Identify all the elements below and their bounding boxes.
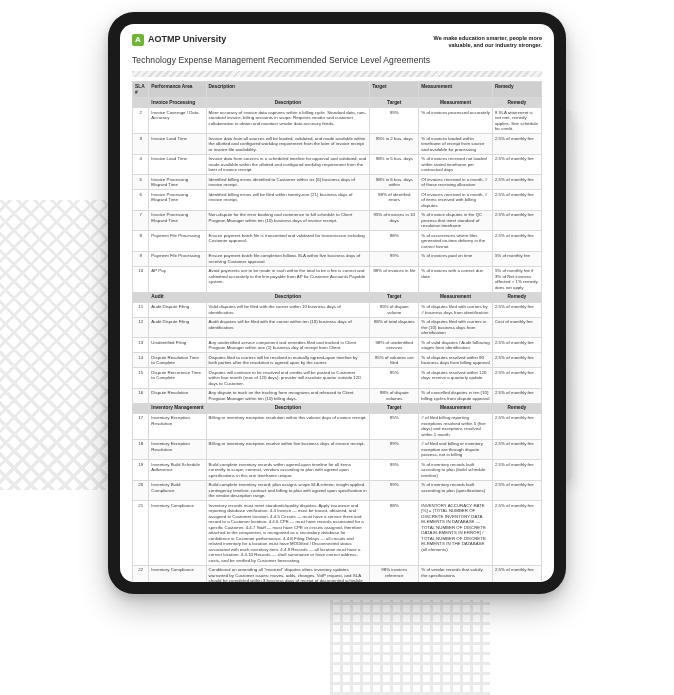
cell-remedy: 2.5% of monthly fee	[492, 302, 541, 317]
cell-desc: Disputes will continue to be resolved an…	[206, 368, 370, 389]
cell-target: 98% invoices reference	[370, 565, 419, 582]
col-id: SLA #	[133, 82, 149, 98]
cell-id: 16	[133, 388, 149, 403]
cell-desc: Billing or inventory exception resolve w…	[206, 439, 370, 460]
cell-desc: Any dispute to track on the tracking for…	[206, 388, 370, 403]
cell-desc: Any unidentified service component and r…	[206, 338, 370, 353]
cell-target: 98% of total disputes	[370, 317, 419, 338]
cell-remedy: 2.5% of monthly fee	[492, 154, 541, 175]
table-row: 20Inventory Build ComplianceBuild comple…	[133, 480, 542, 501]
cell-desc: Invoice data from all sources will be lo…	[206, 134, 370, 155]
table-row: 2Invoice Coverage / Data AccuracyMore ac…	[133, 108, 542, 134]
table-row: 9Payment File ProcessingEnsure payment b…	[133, 251, 542, 266]
cell-measurement: % of disputes resolved within 90 busines…	[419, 353, 493, 368]
section-sub-remedy: Remedy	[492, 403, 541, 413]
section-header-row: Invoice ProcessingDescriptionTargetMeasu…	[133, 98, 542, 108]
section-spacer	[133, 98, 149, 108]
cell-remedy: 2.5% of monthly fee	[492, 353, 541, 368]
cell-id: 12	[133, 317, 149, 338]
cell-target: 95% of dispute volume	[370, 302, 419, 317]
cell-desc: Disputes filed to carriers will be resol…	[206, 353, 370, 368]
col-tgt: Target	[370, 82, 419, 98]
table-row: 12Audit Dispute FilingAudit disputes wil…	[133, 317, 542, 338]
cell-remedy: 2.5% of monthly fee	[492, 439, 541, 460]
cell-id: 8	[133, 231, 149, 252]
cell-measurement: % of vendor records that satisfy the spe…	[419, 565, 493, 582]
cell-name: Dispute Resolution	[149, 388, 206, 403]
cell-remedy: 2.5% of monthly fee	[492, 190, 541, 211]
cell-remedy: 2.5% of monthly fee	[492, 565, 541, 582]
cell-name: Dispute Recurrence Time to Complete	[149, 368, 206, 389]
col-name: Performance Area	[149, 82, 206, 98]
col-desc: Description	[206, 82, 370, 98]
cell-id: 2	[133, 108, 149, 134]
document-page: A AOTMP University We make education sma…	[120, 24, 554, 582]
cell-measurement: % of invoice disputes in the QC process …	[419, 210, 493, 231]
cell-measurement: % of occurrences where files generated o…	[419, 231, 493, 252]
cell-desc: Invoice data from sources in a scheduled…	[206, 154, 370, 175]
cell-name: Inventory Build Schedule Adherence	[149, 460, 206, 481]
cell-name: Inventory Build Compliance	[149, 480, 206, 501]
sla-table: SLA # Performance Area Description Targe…	[132, 81, 542, 582]
cell-id: 6	[133, 190, 149, 211]
cell-desc: More accuracy of invoice data captures w…	[206, 108, 370, 134]
cell-id: 9	[133, 251, 149, 266]
section-sub-measurement: Measurement	[419, 403, 493, 413]
cell-target: 99%	[370, 251, 419, 266]
table-row: 14Dispute Resolution Time to CompleteDis…	[133, 353, 542, 368]
cell-remedy: 2.5% of monthly fee	[492, 501, 541, 566]
sla-table-body: Invoice ProcessingDescriptionTargetMeasu…	[133, 98, 542, 582]
cell-name: Inventory Compliance	[149, 565, 206, 582]
table-row: 5Invoice Processing Elapsed TimeIdentifi…	[133, 175, 542, 190]
cell-measurement: % of inventory records built according t…	[419, 480, 493, 501]
cell-id: 5	[133, 175, 149, 190]
section-sub-remedy: Remedy	[492, 292, 541, 302]
brand: A AOTMP University	[132, 34, 226, 46]
document-header: A AOTMP University We make education sma…	[132, 34, 542, 49]
decorative-pattern-bottom	[330, 600, 490, 695]
cell-measurement: % of invoices processed accurately	[419, 108, 493, 134]
cell-measurement: % of invoices loaded within timeframe of…	[419, 134, 493, 155]
cell-desc: Valid disputes will be filed with the ca…	[206, 302, 370, 317]
cell-id: 22	[133, 565, 149, 582]
cell-desc: Inventory records must meet standards/qu…	[206, 501, 370, 566]
cell-target: 98% in 5 bus. days	[370, 154, 419, 175]
cell-name: Unidentified Filing	[149, 338, 206, 353]
section-sub-target: Target	[370, 403, 419, 413]
cell-id: 7	[133, 210, 149, 231]
cell-name: Audit Dispute Filing	[149, 317, 206, 338]
cell-desc: Avoid payments are to be made in cash wi…	[206, 266, 370, 292]
cell-id: 17	[133, 413, 149, 439]
cell-desc: Identified billing errors identified to …	[206, 175, 370, 190]
cell-remedy: 2.5% of monthly fee	[492, 175, 541, 190]
section-sub-desc: Description	[206, 403, 370, 413]
table-row: 15Dispute Recurrence Time to CompleteDis…	[133, 368, 542, 389]
cell-target: 99%	[370, 108, 419, 134]
cell-measurement: % of disputes resolved within 120 days r…	[419, 368, 493, 389]
cell-name: Payment File Processing	[149, 251, 206, 266]
cell-remedy: 2.5% of monthly fee	[492, 134, 541, 155]
section-sub-target: Target	[370, 98, 419, 108]
cell-target: 98% of invoices in file	[370, 266, 419, 292]
cell-id: 3	[133, 134, 149, 155]
cell-target: 95%	[370, 368, 419, 389]
cell-target: 95% of volumes are filed	[370, 353, 419, 368]
cell-name: Audit Dispute Filing	[149, 302, 206, 317]
cell-desc: Billing or inventory exception resolutio…	[206, 413, 370, 439]
section-sub-measurement: Measurement	[419, 98, 493, 108]
cell-measurement: % of cancelled disputes in ten (10) bill…	[419, 388, 493, 403]
cell-remedy: 2.5% of monthly fee	[492, 368, 541, 389]
cell-name: Invoice Coverage / Data Accuracy	[149, 108, 206, 134]
cell-measurement: INVENTORY ACCURACY RATE [%] = (TOTAL NUM…	[419, 501, 493, 566]
section-sub-desc: Description	[206, 292, 370, 302]
cell-remedy: 2.5% of monthly fee	[492, 460, 541, 481]
cell-id: 15	[133, 368, 149, 389]
table-row: 3Invoice Load TimeInvoice data from all …	[133, 134, 542, 155]
cell-desc: Non-dispute for the error booking and co…	[206, 210, 370, 231]
title-divider-band	[132, 71, 542, 77]
table-row: 7Invoice Processing Elapsed TimeNon-disp…	[133, 210, 542, 231]
section-title: Audit	[149, 292, 206, 302]
table-row: 17Inventory Exception ResolutionBilling …	[133, 413, 542, 439]
cell-name: Invoice Processing Elapsed Time	[149, 175, 206, 190]
brand-tagline: We make education smarter, people more v…	[434, 35, 542, 49]
